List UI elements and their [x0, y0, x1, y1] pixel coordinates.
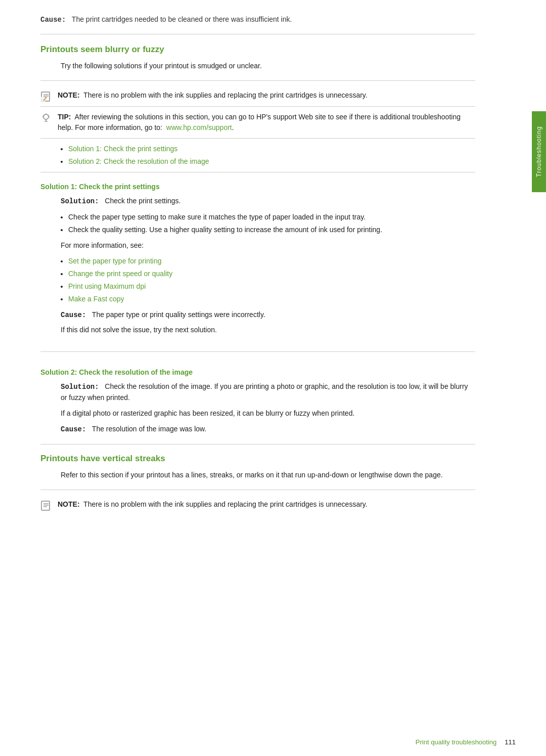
section-streaks-intro: Refer to this section if your printout h… [61, 470, 475, 480]
content-area: Cause: The print cartridges needed to be… [0, 0, 531, 756]
solution1-cause-label: Cause: [61, 311, 86, 319]
tip-label-1: TIP: [58, 113, 71, 121]
footer-page-number: 111 [505, 738, 516, 746]
list-item-sol1: Solution 1: Check the print settings [68, 144, 475, 154]
link-fast-copy-anchor[interactable]: Make a Fast copy [68, 295, 124, 303]
section-blurry-intro: Try the following solutions if your prin… [61, 61, 475, 71]
side-tab: Troubleshooting [532, 111, 546, 192]
svg-point-5 [43, 114, 49, 119]
top-cause-label: Cause: [40, 16, 66, 24]
solution1-bullets: Check the paper type setting to make sur… [68, 212, 475, 235]
note-text-1: NOTE: There is no problem with the ink s… [58, 90, 368, 101]
note-svg-icon: 📝 [40, 91, 52, 102]
note-content-streaks: There is no problem with the ink supplie… [83, 500, 368, 508]
tip-svg-icon [40, 113, 52, 124]
tip-block-1: TIP: After reviewing the solutions in th… [40, 112, 475, 139]
svg-line-9 [49, 115, 50, 116]
solution1-next: If this did not solve the issue, try the… [61, 325, 475, 335]
note-text-streaks: NOTE: There is no problem with the ink s… [58, 499, 368, 510]
note-label-streaks: NOTE: [58, 500, 80, 508]
top-cause-text: The print cartridges needed to be cleane… [72, 15, 292, 23]
tip-text-1: TIP: After reviewing the solutions in th… [58, 112, 475, 133]
solution2-text: Check the resolution of the image. If yo… [61, 382, 468, 402]
note-block-streaks: NOTE: There is no problem with the ink s… [40, 499, 475, 515]
solution1-cause-text: The paper type or print quality settings… [92, 310, 265, 319]
solution1-cause: Cause: The paper type or print quality s… [61, 309, 475, 321]
note-block-1: 📝 NOTE: There is no problem with the ink… [40, 90, 475, 107]
tip-link-1[interactable]: www.hp.com/support [166, 123, 232, 131]
solution2-solution-line: Solution: Check the resolution of the im… [61, 381, 475, 403]
solution2-label: Solution: [61, 383, 99, 391]
note-content-1: There is no problem with the ink supplie… [83, 91, 368, 99]
link-max-dpi: Print using Maximum dpi [68, 281, 475, 292]
solution2-cause-text: The resolution of the image was low. [92, 425, 206, 433]
solution2-section: Solution 2: Check the resolution of the … [40, 361, 475, 435]
link-fast-copy: Make a Fast copy [68, 294, 475, 304]
note-icon-1: 📝 [40, 90, 54, 101]
top-cause: Cause: The print cartridges needed to be… [40, 15, 475, 34]
solution1-solution-line: Solution: Check the print settings. [61, 196, 475, 207]
note-label-1: NOTE: [58, 91, 80, 99]
for-more-label: For more information, see: [61, 240, 475, 251]
note-icon-streaks [40, 499, 54, 510]
solution1-bullet-2: Check the quality setting. Use a higher … [68, 225, 475, 235]
tip-icon-1 [40, 112, 54, 123]
solution2-heading: Solution 2: Check the resolution of the … [40, 368, 475, 376]
note-svg-icon-2 [40, 500, 52, 511]
link-set-paper: Set the paper type for printing [68, 256, 475, 266]
section-streaks: Printouts have vertical streaks Refer to… [40, 454, 475, 515]
solution1-links: Set the paper type for printing Change t… [68, 256, 475, 304]
section-blurry: Printouts seem blurry or fuzzy Try the f… [40, 45, 475, 167]
section-blurry-heading: Printouts seem blurry or fuzzy [40, 45, 475, 55]
svg-text:📝: 📝 [40, 96, 47, 102]
link-change-speed: Change the print speed or quality [68, 269, 475, 279]
solution2-body2: If a digital photo or rasterized graphic… [61, 408, 475, 419]
svg-rect-13 [41, 501, 50, 510]
solution2-cause: Cause: The resolution of the image was l… [61, 424, 475, 435]
svg-line-10 [43, 115, 44, 116]
divider-2 [40, 351, 475, 352]
link-solution-1[interactable]: Solution 1: Check the print settings [68, 145, 177, 153]
solution1-section: Solution 1: Check the print settings Sol… [40, 172, 475, 342]
solution1-text: Check the print settings. [105, 197, 180, 205]
solution1-label: Solution: [61, 197, 99, 205]
divider-1 [40, 80, 475, 81]
link-max-dpi-anchor[interactable]: Print using Maximum dpi [68, 282, 146, 290]
footer-link[interactable]: Print quality troubleshooting [416, 738, 496, 746]
list-item-sol2: Solution 2: Check the resolution of the … [68, 156, 475, 167]
link-solution-2[interactable]: Solution 2: Check the resolution of the … [68, 157, 209, 165]
divider-4 [40, 490, 475, 490]
link-set-paper-anchor[interactable]: Set the paper type for printing [68, 257, 161, 265]
section-streaks-heading: Printouts have vertical streaks [40, 454, 475, 464]
divider-3 [40, 444, 475, 444]
solution-links-list: Solution 1: Check the print settings Sol… [68, 144, 475, 167]
link-change-speed-anchor[interactable]: Change the print speed or quality [68, 270, 172, 278]
solution1-bullet-1: Check the paper type setting to make sur… [68, 212, 475, 223]
footer: Print quality troubleshooting 111 [416, 738, 516, 746]
solution2-cause-label: Cause: [61, 425, 86, 433]
solution1-heading: Solution 1: Check the print settings [40, 183, 475, 191]
tip-content-1: After reviewing the solutions in this se… [58, 113, 461, 131]
